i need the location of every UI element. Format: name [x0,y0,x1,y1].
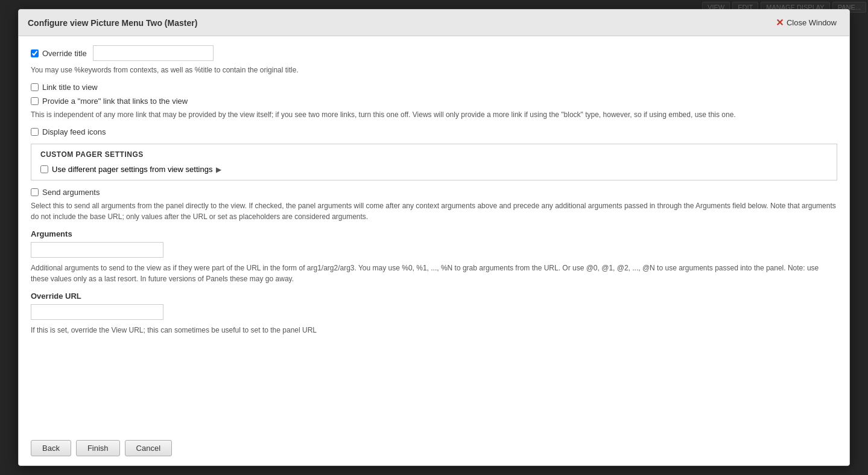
custom-pager-section: CUSTOM PAGER SETTINGS Use different page… [31,144,837,180]
close-window-button[interactable]: ✕ Close Window [772,16,840,30]
send-arguments-checkbox[interactable] [31,188,39,196]
close-window-label: Close Window [787,18,837,27]
link-title-row: Link title to view [31,83,837,92]
send-arguments-text: Send arguments [42,188,100,197]
override-title-label[interactable]: Override title [31,49,87,58]
feed-icons-row: Display feed icons [31,127,837,136]
send-arguments-help: Select this to send all arguments from t… [31,200,837,222]
link-title-checkbox[interactable] [31,83,39,91]
override-title-help: You may use %keywords from contexts, as … [31,65,837,75]
pager-option-row: Use different pager settings from view s… [40,165,828,174]
override-title-input[interactable] [93,45,214,61]
override-title-text: Override title [42,49,87,58]
pager-arrow-icon: ▶ [216,165,221,174]
arguments-section: Arguments Additional arguments to send t… [31,229,837,284]
arguments-help: Additional arguments to send to the view… [31,263,837,284]
more-link-label[interactable]: Provide a "more" link that links to the … [31,97,188,106]
override-title-checkbox[interactable] [31,49,39,57]
modal-dialog: Configure view Picture Menu Two (Master)… [18,9,850,466]
feed-icons-text: Display feed icons [42,127,106,136]
override-url-help: If this is set, override the View URL; t… [31,325,837,336]
link-title-label[interactable]: Link title to view [31,83,98,92]
override-url-label: Override URL [31,292,837,301]
cancel-button[interactable]: Cancel [125,440,172,456]
modal-footer: Back Finish Cancel [19,431,849,465]
different-pager-checkbox[interactable] [40,165,48,173]
link-title-text: Link title to view [42,83,98,92]
different-pager-label[interactable]: Use different pager settings from view s… [52,165,212,174]
feed-icons-label[interactable]: Display feed icons [31,127,106,136]
send-arguments-row: Send arguments [31,188,837,197]
modal-title: Configure view Picture Menu Two (Master) [28,18,197,28]
back-button[interactable]: Back [31,440,71,456]
feed-icons-checkbox[interactable] [31,128,39,136]
arguments-label: Arguments [31,229,837,238]
override-url-input[interactable] [31,304,163,320]
close-x-icon: ✕ [776,17,784,28]
modal-body: Override title You may use %keywords fro… [19,36,849,431]
more-link-help: This is independent of any more link tha… [31,109,837,120]
send-arguments-label[interactable]: Send arguments [31,188,100,197]
arguments-input[interactable] [31,242,163,258]
more-link-text: Provide a "more" link that links to the … [42,97,188,106]
modal-header: Configure view Picture Menu Two (Master)… [19,10,849,36]
finish-button[interactable]: Finish [76,440,120,456]
more-link-checkbox[interactable] [31,97,39,105]
more-link-row: Provide a "more" link that links to the … [31,97,837,106]
override-title-row: Override title [31,45,837,61]
different-pager-text: Use different pager settings from view s… [52,165,212,174]
override-url-section: Override URL If this is set, override th… [31,292,837,336]
custom-pager-title: CUSTOM PAGER SETTINGS [40,150,828,159]
